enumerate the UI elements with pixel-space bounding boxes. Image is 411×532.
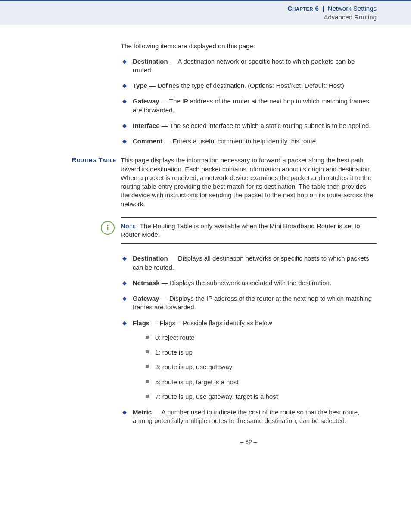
sublist-item: 7: route is up, use gateway, target is a…	[133, 392, 377, 401]
item-term: Netmask	[133, 279, 160, 286]
info-icon: i	[101, 221, 115, 235]
section-heading: Routing Table	[34, 156, 116, 163]
section-paragraph: This page displays the information neces…	[121, 156, 377, 208]
list-item: Flags — Flags – Possible flags identify …	[121, 319, 377, 401]
header-title: Network Settings	[328, 5, 377, 12]
page-number: – 62 –	[121, 439, 377, 445]
item-term: Metric	[133, 408, 152, 416]
content-column: The following items are displayed on thi…	[121, 42, 377, 445]
items-list-1: Destination — A destination network or s…	[121, 57, 377, 146]
item-desc: — Displays the IP address of the router …	[133, 295, 372, 311]
list-item: Gateway — Displays the IP address of the…	[121, 294, 377, 312]
item-term: Interface	[133, 122, 160, 129]
note-block: i Note: The Routing Table is only availa…	[121, 217, 377, 244]
intro-text: The following items are displayed on thi…	[121, 42, 377, 50]
sublist-item: 3: route is up, use gateway	[133, 363, 377, 371]
item-desc: — A number used to indicate the cost of …	[133, 408, 359, 424]
item-desc: — Displays the subnetwork associated wit…	[160, 279, 332, 286]
items-list-2: Destination — Displays all destination n…	[121, 254, 377, 425]
list-item: Type — Defines the type of destination. …	[121, 81, 377, 90]
sublist-item: 0: reject route	[133, 333, 377, 342]
item-term: Gateway	[133, 295, 159, 302]
item-desc: — Defines the type of destination. (Opti…	[147, 82, 344, 89]
item-term: Flags	[133, 319, 149, 327]
item-term: Gateway	[133, 97, 159, 105]
item-desc: — Flags – Possible flags identify as bel…	[149, 319, 272, 327]
item-term: Type	[133, 82, 147, 89]
page-header: Chapter 6 | Network Settings Advanced Ro…	[0, 0, 411, 25]
list-item: Netmask — Displays the subnetwork associ…	[121, 279, 377, 287]
routing-table-section: Routing Table This page displays the inf…	[121, 156, 377, 425]
list-item: Destination — A destination network or s…	[121, 57, 377, 75]
page-body: The following items are displayed on thi…	[0, 25, 411, 463]
note-text: The Routing Table is only available when…	[121, 222, 360, 238]
sublist-item: 5: route is up, target is a host	[133, 378, 377, 386]
item-term: Destination	[133, 255, 168, 262]
header-line-1: Chapter 6 | Network Settings	[0, 4, 377, 13]
flags-sublist: 0: reject route 1: route is up 3: route …	[133, 333, 377, 401]
note-label: Note:	[121, 222, 138, 230]
item-desc: — Displays all destination networks or s…	[133, 255, 369, 271]
item-term: Destination	[133, 58, 168, 65]
list-item: Metric — A number used to indicate the c…	[121, 408, 377, 426]
list-item: Comment — Enters a useful comment to hel…	[121, 137, 377, 146]
item-desc: — Enters a useful comment to help identi…	[162, 137, 318, 145]
sublist-item: 1: route is up	[133, 348, 377, 357]
item-desc: — The IP address of the router at the ne…	[133, 97, 369, 113]
list-item: Interface — The selected interface to wh…	[121, 121, 377, 130]
chapter-label: Chapter 6	[287, 5, 319, 12]
list-item: Gateway — The IP address of the router a…	[121, 97, 377, 115]
header-subtitle: Advanced Routing	[0, 13, 377, 22]
item-term: Comment	[133, 137, 162, 145]
item-desc: — The selected interface to which a stat…	[160, 122, 371, 129]
list-item: Destination — Displays all destination n…	[121, 254, 377, 272]
header-separator: |	[321, 5, 326, 12]
